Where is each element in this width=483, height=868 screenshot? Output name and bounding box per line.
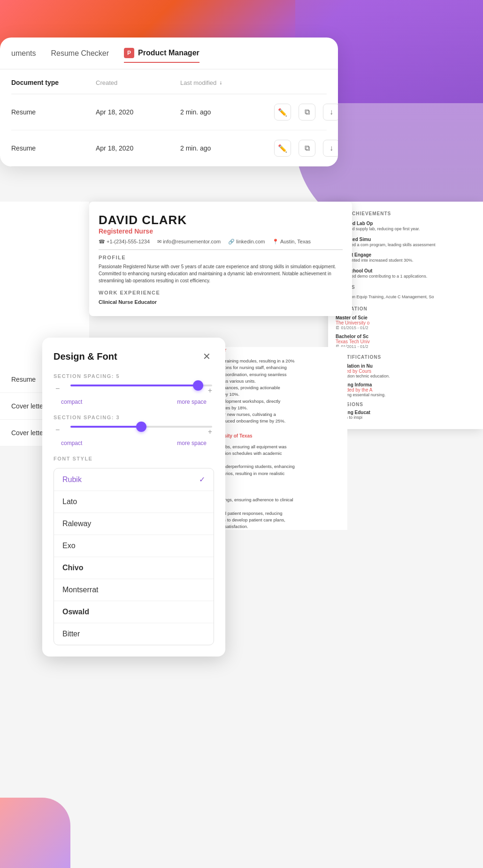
spacing-2-label: SECTION SPACING: 3	[54, 415, 214, 420]
panel-header: Design & Font ✕	[54, 349, 214, 364]
resume-contact: ☎ +1-(234)-555-1234 ✉ info@resumementor.…	[99, 239, 343, 250]
font-list: Rubik✓LatoRalewayExoChivoMontserratOswal…	[54, 468, 214, 645]
tab-product-manager-label: Product Manager	[138, 49, 199, 57]
spacing-slider-1: SECTION SPACING: 5 − + compact more spac…	[54, 373, 214, 405]
certifications-list: Simulation in NuOffered by Courssimulati…	[336, 363, 475, 397]
edu-item: Bachelor of ScTexas Tech Univ🗓 01/2011 -…	[336, 334, 475, 349]
slider-1-minus[interactable]: −	[55, 385, 60, 393]
document-table: Document type Created Last modified ↓ Re…	[0, 69, 338, 166]
tab-bar: uments Resume Checker P Product Manager	[0, 38, 338, 69]
key-achievements-list: Reduced Lab OpOptimized supply lab, redu…	[336, 221, 475, 279]
work-section-label: WORK EXPERIENCE	[99, 290, 343, 295]
slider-2-labels: compact more space	[61, 440, 207, 446]
table-header: Document type Created Last modified ↓	[11, 69, 327, 94]
tab-resume-checker[interactable]: Resume Checker	[51, 45, 109, 61]
passions-label: PASSIONS	[336, 402, 475, 407]
profile-text: Passionate Registered Nurse with over 5 …	[99, 263, 343, 284]
table-row: Resume Apr 18, 2020 2 min. ago ✏️ ⧉ ↓ 🗑	[11, 94, 327, 130]
panel-title: Design & Font	[54, 351, 117, 362]
slider-1-compact: compact	[61, 399, 82, 405]
row2-copy-button[interactable]: ⧉	[299, 140, 315, 157]
ka-item: Student EngageImplemented inte increased…	[336, 252, 475, 264]
slider-2-fill	[70, 426, 141, 428]
row2-download-button[interactable]: ↓	[323, 140, 338, 157]
row2-modified: 2 min. ago	[180, 144, 274, 152]
row2-created: Apr 18, 2020	[96, 144, 180, 152]
font-option-montserrat[interactable]: Montserrat	[54, 579, 214, 601]
row2-actions: ✏️ ⧉ ↓ 🗑	[274, 140, 338, 157]
resume-preview: DAVID CLARK Registered Nurse ☎ +1-(234)-…	[89, 202, 352, 316]
contact-phone: ☎ +1-(234)-555-1234	[99, 239, 150, 245]
font-option-oswald[interactable]: Oswald	[54, 601, 214, 623]
font-option-raleway[interactable]: Raleway	[54, 513, 214, 535]
col-header-modified[interactable]: Last modified ↓	[180, 79, 274, 86]
slider-1-plus[interactable]: +	[208, 386, 212, 395]
row1-copy-button[interactable]: ⧉	[299, 104, 315, 121]
certifications-section: CERTIFICATIONS Simulation in NuOffered b…	[336, 355, 475, 397]
col-header-type: Document type	[11, 79, 96, 86]
skills-label: SKILLS	[336, 285, 475, 290]
font-option-exo[interactable]: Exo	[54, 535, 214, 557]
row1-actions: ✏️ ⧉ ↓ 🗑	[274, 104, 338, 121]
slider-2-more-space: more space	[177, 440, 207, 446]
contact-email: ✉ info@resumementor.com	[157, 239, 221, 245]
design-font-panel: Design & Font ✕ SECTION SPACING: 5 − + c…	[42, 338, 225, 657]
row1-modified: 2 min. ago	[180, 108, 274, 116]
row2-edit-button[interactable]: ✏️	[274, 140, 291, 157]
slider-1-thumb[interactable]	[193, 380, 203, 391]
edu-item: Master of ScieThe University o🗓 01/2015 …	[336, 315, 475, 330]
certifications-label: CERTIFICATIONS	[336, 355, 475, 360]
contact-linkedin: 🔗 linkedin.com	[228, 239, 265, 245]
font-option-lato[interactable]: Lato	[54, 491, 214, 513]
resume-title: Registered Nurse	[99, 227, 343, 235]
col-header-created: Created	[96, 79, 180, 86]
panel-close-button[interactable]: ✕	[199, 349, 214, 364]
slider-2-track-container[interactable]: − +	[63, 426, 205, 437]
font-style-section: FONT STYLE Rubik✓LatoRalewayExoChivoMont…	[54, 456, 214, 645]
slider-1-more-space: more space	[177, 399, 207, 405]
skills-text: Simulation Equip Training, Acute C Manag…	[336, 294, 475, 300]
cert-item: Nursing InformaProvided by the Acovering…	[336, 382, 475, 397]
row1-type: Resume	[11, 108, 96, 116]
font-option-bitter[interactable]: Bitter	[54, 623, 214, 645]
education-label: EDUCATION	[336, 306, 475, 311]
spacing-slider-2: SECTION SPACING: 3 − + compact more spac…	[54, 415, 214, 446]
col-header-actions	[274, 79, 327, 86]
row1-download-button[interactable]: ↓	[323, 104, 338, 121]
slider-1-track-container[interactable]: − +	[63, 385, 205, 396]
contact-location: 📍 Austin, Texas	[272, 239, 311, 245]
slider-2-minus[interactable]: −	[55, 426, 60, 434]
tab-product-manager-icon: P	[124, 48, 134, 58]
slider-2-plus[interactable]: +	[208, 428, 212, 436]
ka-item: Enhanced SimuDeveloped a com program, le…	[336, 237, 475, 248]
slider-1-track[interactable]	[70, 385, 212, 386]
table-row: Resume Apr 18, 2020 2 min. ago ✏️ ⧉ ↓ 🗑	[11, 130, 327, 166]
sort-arrow-icon: ↓	[219, 79, 222, 86]
row1-created: Apr 18, 2020	[96, 108, 180, 116]
row1-edit-button[interactable]: ✏️	[274, 104, 291, 121]
education-section: EDUCATION Master of ScieThe University o…	[336, 306, 475, 349]
font-option-rubik[interactable]: Rubik✓	[54, 468, 214, 491]
row2-type: Resume	[11, 144, 96, 152]
work-job-title: Clinical Nurse Educator	[99, 299, 343, 305]
slider-1-fill	[70, 385, 198, 386]
slider-2-track[interactable]	[70, 426, 212, 428]
passion-item: Nursing EducatDriven to inspi	[336, 410, 475, 420]
resume-name: DAVID CLARK	[99, 213, 343, 227]
slider-1-labels: compact more space	[61, 399, 207, 405]
tab-product-manager[interactable]: P Product Manager	[124, 44, 199, 63]
font-style-label: FONT STYLE	[54, 456, 214, 461]
bottom-left-decoration	[0, 798, 70, 868]
ka-item: High School OutConducted demo contributi…	[336, 268, 475, 279]
ka-item: Reduced Lab OpOptimized supply lab, redu…	[336, 221, 475, 232]
slider-2-compact: compact	[61, 440, 82, 446]
tab-documents-label: uments	[11, 49, 36, 58]
spacing-1-label: SECTION SPACING: 5	[54, 373, 214, 379]
skills-section: SKILLS Simulation Equip Training, Acute …	[336, 285, 475, 300]
font-option-chivo[interactable]: Chivo	[54, 557, 214, 579]
slider-2-thumb[interactable]	[136, 422, 146, 432]
tab-documents[interactable]: uments	[11, 45, 36, 61]
passions-list: Nursing EducatDriven to inspi	[336, 410, 475, 420]
key-achievements-label: KEY ACHIEVEMENTS	[336, 211, 475, 216]
cert-item: Simulation in NuOffered by Courssimulati…	[336, 363, 475, 378]
